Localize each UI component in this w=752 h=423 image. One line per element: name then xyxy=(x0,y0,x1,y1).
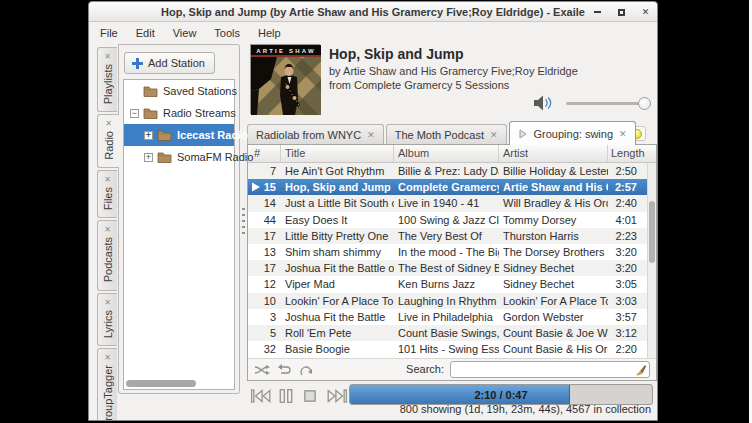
repeat-button[interactable] xyxy=(276,363,292,377)
tree-item-radio-streams[interactable]: − Radio Streams xyxy=(124,102,234,124)
search-input[interactable] xyxy=(450,361,650,378)
maximize-icon xyxy=(618,9,625,16)
seek-progress-bar[interactable]: 2:10 / 0:47 xyxy=(349,384,653,405)
close-icon[interactable]: ✕ xyxy=(104,176,111,184)
folder-icon xyxy=(157,129,172,141)
playlist-tab-radiolab[interactable]: Radiolab from WNYC ✕ xyxy=(247,124,384,145)
menu-view[interactable]: View xyxy=(164,24,206,42)
menu-tools[interactable]: Tools xyxy=(205,24,249,42)
table-row[interactable]: 12 Viper Mad Ken Burns Jazz Sidney Beche… xyxy=(248,276,647,292)
cell-album: Ken Burns Jazz xyxy=(394,278,499,290)
close-icon[interactable]: ✕ xyxy=(104,226,111,234)
table-row[interactable]: 17 Joshua Fit the Battle of J… The Best … xyxy=(248,260,647,276)
table-row[interactable]: 10 Lookin' For A Place To Park Laughing … xyxy=(248,293,647,309)
table-row[interactable]: 5 Roll 'Em Pete Count Basie Swings, Joe … xyxy=(248,325,647,341)
close-icon[interactable]: ✕ xyxy=(105,120,112,128)
dock-tab-radio[interactable]: ✕ Radio xyxy=(97,114,119,168)
maximize-button[interactable] xyxy=(616,7,627,18)
playlist-tab-label: Grouping: swing xyxy=(534,128,614,140)
pause-button[interactable] xyxy=(278,388,294,404)
stop-button[interactable] xyxy=(302,388,318,404)
pane-resize-grip[interactable] xyxy=(242,208,245,234)
dock-tab-playlists[interactable]: ✕ Playlists xyxy=(97,47,117,112)
close-icon[interactable]: ✕ xyxy=(104,53,111,61)
cell-number: 17 xyxy=(248,262,281,274)
dock-tab-podcasts[interactable]: ✕ Podcasts xyxy=(97,220,117,290)
tree-item-label: Icecast Radio xyxy=(177,129,248,141)
expand-expander-icon[interactable]: + xyxy=(144,131,153,140)
radio-panel: Add Station Saved Stations − Radio Strea… xyxy=(118,44,240,394)
close-icon[interactable]: ✕ xyxy=(104,354,111,362)
menu-file[interactable]: File xyxy=(91,24,127,42)
progress-time-text: 2:10 / 0:47 xyxy=(350,385,652,405)
playlist-tab-moth[interactable]: The Moth Podcast ✕ xyxy=(386,124,507,145)
table-row-selected[interactable]: 15 Hop, Skip and Jump Complete Gramercy … xyxy=(248,179,647,195)
tree-item-label: Saved Stations xyxy=(163,85,237,97)
previous-button[interactable] xyxy=(250,388,272,404)
speaker-icon[interactable] xyxy=(533,95,555,111)
cell-length: 2:50 xyxy=(608,165,647,177)
close-icon[interactable]: ✕ xyxy=(367,130,375,140)
close-icon: ✕ xyxy=(642,7,650,17)
playlist-tab-grouping-swing[interactable]: Grouping: swing ✕ xyxy=(509,121,636,145)
tree-item-icecast-radio[interactable]: + Icecast Radio xyxy=(124,124,234,146)
minimize-button[interactable] xyxy=(592,7,603,18)
table-row[interactable]: 3 Joshua Fit the Battle Live in Philadel… xyxy=(248,309,647,325)
cell-album: Billie & Prez: Lady Day & … xyxy=(394,165,499,177)
table-row[interactable]: 44 Easy Does It 100 Swing & Jazz Classic… xyxy=(248,212,647,228)
cell-length: 3:57 xyxy=(608,311,647,323)
minimize-icon xyxy=(594,11,601,13)
shuffle-button[interactable] xyxy=(254,363,270,377)
table-row[interactable]: 17 Little Bitty Pretty One The Very Best… xyxy=(248,228,647,244)
column-header-length[interactable]: Length xyxy=(608,145,647,162)
menu-help[interactable]: Help xyxy=(249,24,290,42)
expand-expander-icon[interactable]: + xyxy=(144,153,153,162)
cell-artist: Count Basie & His Orchestra xyxy=(499,343,608,355)
menu-edit[interactable]: Edit xyxy=(127,24,164,42)
playlist-tab-label: Radiolab from WNYC xyxy=(256,129,361,141)
cell-album: In the mood - The Big Ban… xyxy=(394,246,499,258)
dock-tab-files[interactable]: ✕ Files xyxy=(97,170,117,218)
plus-icon xyxy=(132,58,143,69)
collection-status-text: 800 showing (1d, 19h, 23m, 44s), 4567 in… xyxy=(400,403,651,415)
close-icon[interactable]: ✕ xyxy=(490,130,498,140)
vertical-scrollbar[interactable] xyxy=(647,163,656,358)
table-row[interactable]: 14 Just a Little Bit South of … Live in … xyxy=(248,195,647,211)
cell-number: 13 xyxy=(248,246,281,258)
cell-artist: Thurston Harris xyxy=(499,230,608,242)
window-title: Hop, Skip and Jump (by Artie Shaw and Hi… xyxy=(89,2,657,22)
column-header-title[interactable]: Title xyxy=(281,145,394,162)
tree-item-saved-stations[interactable]: Saved Stations xyxy=(124,80,234,102)
add-station-button[interactable]: Add Station xyxy=(124,52,215,74)
close-icon[interactable]: ✕ xyxy=(104,299,111,307)
dock-tab-lyrics[interactable]: ✕ Lyrics xyxy=(97,293,117,346)
cell-title: Viper Mad xyxy=(281,278,394,290)
playlist-tab-label: The Moth Podcast xyxy=(395,129,484,141)
cell-title: He Ain't Got Rhythm xyxy=(281,165,394,177)
album-art: ARTIE SHAW xyxy=(250,44,320,114)
column-header-artist[interactable]: Artist xyxy=(499,145,608,162)
scrollbar-thumb[interactable] xyxy=(649,201,655,263)
cell-title: Roll 'Em Pete xyxy=(281,327,394,339)
collapse-expander-icon[interactable]: − xyxy=(130,109,139,118)
statusbar: 800 showing (1d, 19h, 23m, 44s), 4567 in… xyxy=(89,403,651,418)
titlebar[interactable]: Hop, Skip and Jump (by Artie Shaw and Hi… xyxy=(89,2,657,22)
volume-handle[interactable] xyxy=(638,97,651,110)
close-icon[interactable]: ✕ xyxy=(619,129,627,139)
close-button[interactable]: ✕ xyxy=(640,7,651,18)
playing-row-icon xyxy=(251,182,261,192)
table-row[interactable]: 32 Basie Boogie 101 Hits - Swing Essenti… xyxy=(248,341,647,357)
cell-number: 3 xyxy=(248,311,281,323)
cell-length: 3:20 xyxy=(608,246,647,258)
tree-item-somafm-radio[interactable]: + SomaFM Radio xyxy=(124,146,234,168)
dynamic-button[interactable] xyxy=(298,363,314,377)
table-row[interactable]: 7 He Ain't Got Rhythm Billie & Prez: Lad… xyxy=(248,163,647,179)
column-header-album[interactable]: Album xyxy=(394,145,499,162)
clear-search-brush-icon[interactable] xyxy=(635,364,647,376)
cell-length: 2:40 xyxy=(608,197,647,209)
horizontal-scrollbar[interactable] xyxy=(126,380,196,387)
next-button[interactable] xyxy=(326,388,348,404)
cell-album: Count Basie Swings, Joe … xyxy=(394,327,499,339)
table-row[interactable]: 13 Shim sham shimmy In the mood - The Bi… xyxy=(248,244,647,260)
playlist-panel: # Title Album Artist Length 7 He Ain't G… xyxy=(247,144,657,381)
